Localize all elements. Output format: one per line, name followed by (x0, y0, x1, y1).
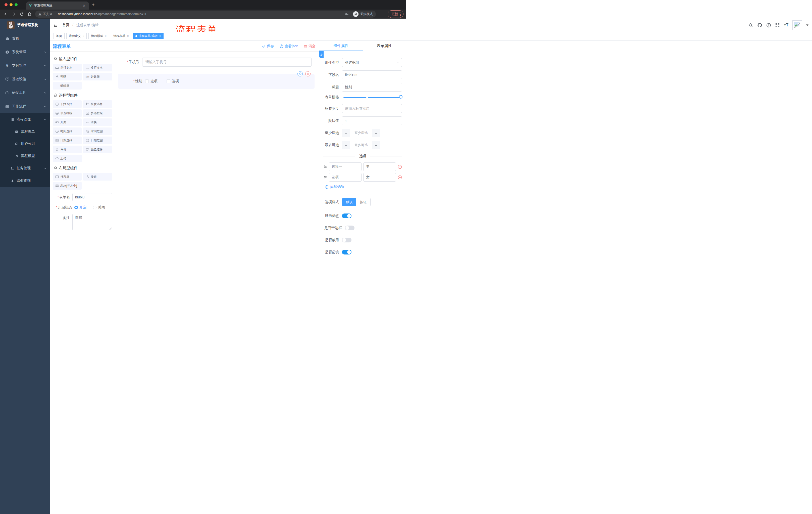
show-label-toggle[interactable] (342, 214, 351, 218)
tag-close-icon[interactable]: × (127, 34, 128, 37)
default-value-input[interactable]: 1 (342, 116, 402, 125)
sidebar-item-devtools[interactable]: 研发工具 (0, 86, 50, 100)
password-key-icon[interactable] (345, 12, 349, 16)
tab-close-icon[interactable]: ✕ (82, 4, 86, 7)
home-icon[interactable] (27, 12, 32, 16)
tag-process-model[interactable]: 流程模型× (88, 33, 109, 39)
window-zoom-button[interactable] (14, 3, 18, 6)
new-tab-button[interactable]: + (92, 2, 95, 7)
required-toggle[interactable] (342, 250, 351, 254)
delete-component-button[interactable] (305, 71, 311, 77)
copy-component-button[interactable] (297, 71, 303, 77)
design-canvas[interactable]: *手机号 请输入手机号 *性别 选项一 选项二 (115, 52, 319, 257)
palette-item-single-text[interactable]: 单行文本 (53, 64, 82, 72)
tag-close-icon[interactable]: × (83, 34, 84, 37)
max-select-value[interactable]: 最多可选 (350, 141, 372, 149)
form-name-input[interactable]: biubiu (72, 193, 112, 201)
forward-icon[interactable] (11, 12, 16, 16)
gender-option1-checkbox[interactable]: 选项一 (145, 79, 161, 83)
remove-option-button[interactable] (398, 175, 402, 180)
drag-handle-icon[interactable] (323, 175, 327, 179)
min-select-value[interactable]: 至少应选 (350, 129, 372, 137)
border-toggle[interactable] (345, 225, 354, 231)
sidebar-item-infrastructure[interactable]: 基础设施 (0, 73, 50, 86)
style-button-button[interactable]: 按钮 (356, 198, 370, 206)
disabled-toggle[interactable] (342, 238, 351, 242)
palette-item-editor[interactable]: 编辑器 (53, 82, 82, 89)
sidebar-item-home[interactable]: 首页 (0, 32, 50, 45)
palette-item-password[interactable]: 密码 (53, 73, 82, 80)
sidebar-collapse-icon[interactable] (53, 23, 58, 27)
label-width-input[interactable]: 请输入标签宽度 (342, 104, 402, 113)
palette-item-textarea[interactable]: 多行文本 (83, 64, 112, 72)
sidebar-item-workflow[interactable]: 工作流程 (0, 100, 50, 113)
field-name-input[interactable]: field122 (342, 71, 402, 79)
option-value-input[interactable]: 女 (363, 173, 396, 182)
palette-item-cascader[interactable]: 级联选择 (83, 100, 112, 108)
breadcrumb-home[interactable]: 首页 (62, 23, 69, 27)
palette-item-time-range[interactable]: 时间范围 (83, 128, 112, 135)
view-json-button[interactable]: 查看json (279, 44, 298, 49)
palette-item-rate[interactable]: 评分 (53, 145, 82, 153)
tag-home[interactable]: 首页 (54, 33, 64, 39)
update-chrome-button[interactable]: 更新 (388, 10, 404, 18)
drag-handle-icon[interactable] (323, 165, 327, 168)
checkbox[interactable] (167, 79, 170, 83)
reload-icon[interactable] (20, 12, 24, 16)
gender-option2-checkbox[interactable]: 选项二 (167, 79, 182, 83)
sidebar-item-user-group[interactable]: 用户分组 (0, 138, 50, 150)
palette-item-table[interactable]: 表格[开发中] (53, 182, 82, 190)
palette-item-slider[interactable]: 滑块 (83, 118, 112, 126)
sidebar-item-process-model[interactable]: 流程模型 (0, 150, 50, 162)
canvas-field-phone[interactable]: *手机号 请输入手机号 (115, 58, 312, 66)
clear-button[interactable]: 清空 (304, 44, 316, 49)
canvas-field-gender-selected[interactable]: *性别 选项一 选项二 (118, 74, 315, 89)
palette-item-date-picker[interactable]: 日期选择 (53, 137, 82, 144)
slider-knob[interactable] (399, 95, 403, 99)
palette-item-time-picker[interactable]: 时间选择 (53, 128, 82, 135)
link-handle[interactable] (319, 51, 324, 58)
browser-menu-icon[interactable] (400, 12, 401, 16)
tab-form-props[interactable]: 表单属性 (363, 41, 406, 51)
palette-item-checkbox-group[interactable]: 多选框组 (83, 109, 112, 117)
palette-item-button[interactable]: 按钮 (83, 173, 112, 181)
tag-close-icon[interactable]: × (159, 34, 161, 37)
browser-tab[interactable]: 芋道管理系统 ✕ (26, 1, 89, 9)
form-remark-textarea[interactable]: 嘿嘿 (72, 214, 112, 231)
palette-item-radio-group[interactable]: 单选框组 (53, 109, 82, 117)
remove-option-button[interactable] (398, 165, 402, 169)
style-default-button[interactable]: 默认 (342, 198, 356, 206)
tag-process-definition[interactable]: 流程定义× (66, 33, 87, 39)
status-open-radio[interactable]: 开启 (75, 205, 86, 210)
phone-input[interactable]: 请输入手机号 (142, 58, 312, 66)
status-closed-radio[interactable]: 关闭 (93, 205, 105, 210)
sidebar-item-process-management[interactable]: 流程管理 (0, 113, 50, 126)
save-button[interactable]: 保存 (262, 44, 274, 49)
sidebar-item-leave-query[interactable]: 请假查询 (0, 174, 50, 187)
sidebar-item-process-form[interactable]: 流程表单 (0, 126, 50, 138)
palette-item-upload[interactable]: 上传 (53, 155, 82, 162)
palette-item-switch[interactable]: 开关 (53, 118, 82, 126)
tab-component-props[interactable]: 组件属性 (319, 41, 363, 51)
option-value-input[interactable]: 男 (363, 162, 396, 171)
palette-item-counter[interactable]: 123计数器 (83, 73, 112, 80)
window-close-button[interactable] (4, 3, 7, 6)
palette-item-row-container[interactable]: 行容器 (53, 173, 82, 181)
tag-process-form[interactable]: 流程表单× (111, 33, 131, 39)
title-input[interactable]: 性别 (342, 83, 402, 91)
decrease-button[interactable]: − (342, 141, 350, 149)
decrease-button[interactable]: − (342, 129, 350, 137)
sidebar-item-task-management[interactable]: 任务管理 (0, 162, 50, 174)
add-option-button[interactable]: 添加选项 (325, 185, 402, 189)
tag-close-icon[interactable]: × (105, 34, 106, 37)
tag-process-form-edit[interactable]: 流程表单-编辑× (133, 33, 163, 39)
component-type-select[interactable]: 多选框组 (342, 58, 402, 67)
sidebar-item-payment[interactable]: ¥ 支付管理 (0, 59, 50, 73)
increase-button[interactable]: + (372, 141, 380, 149)
checkbox[interactable] (145, 79, 149, 83)
grid-slider[interactable] (343, 97, 401, 98)
palette-item-select[interactable]: 下拉选择 (53, 100, 82, 108)
option-label-input[interactable]: 选项一 (329, 162, 361, 171)
window-minimize-button[interactable] (9, 3, 12, 6)
palette-item-color-picker[interactable]: 颜色选择 (83, 145, 112, 153)
